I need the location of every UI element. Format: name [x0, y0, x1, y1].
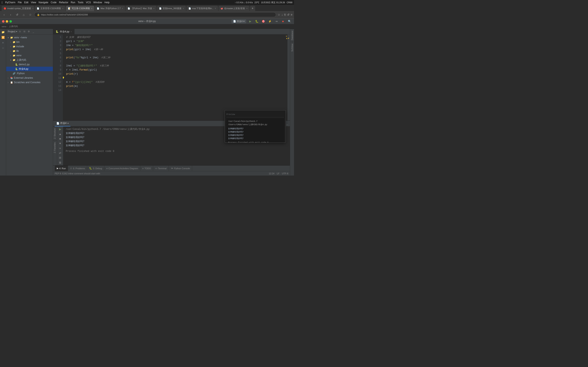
- browser-tab-1[interactable]: 🔴 invalid syntax_百度搜索 ×: [2, 6, 34, 11]
- breadcrumb-folder[interactable]: 上课代码: [9, 25, 18, 28]
- favorites-icon[interactable]: ☆: [1, 45, 6, 50]
- bottom-tab-concurrent[interactable]: ≡ Concurrent Activities Diagram: [104, 166, 140, 171]
- encoding[interactable]: UTF-8: [282, 172, 288, 175]
- editor-tab-hw4[interactable]: 🐍 作业4.py ×: [53, 29, 75, 34]
- run-structure-tab[interactable]: Z: Structure: [53, 126, 57, 141]
- bottom-tab-todo[interactable]: ≡ TODO: [140, 166, 153, 171]
- tab-close-4[interactable]: ×: [122, 7, 123, 9]
- run-word-wrap-btn[interactable]: ≡: [58, 146, 62, 150]
- tree-item-bin[interactable]: › 📁 bin: [6, 40, 53, 44]
- tree-item-ext-libs[interactable]: › 📚 External Libraries: [6, 76, 53, 80]
- browser-tab-6[interactable]: 📄 安装brew_360搜索 ×: [157, 6, 186, 11]
- menu-window[interactable]: Window: [93, 1, 102, 4]
- menu-refactor[interactable]: Refactor: [59, 1, 68, 4]
- run-tab-active[interactable]: 📄 作业4 ×: [55, 121, 70, 126]
- tab-close-8[interactable]: ×: [246, 7, 247, 9]
- bookmark-button[interactable]: ☆: [28, 12, 33, 17]
- editor-scrollbar[interactable]: 9 ▲▼: [287, 34, 290, 120]
- menu-tools[interactable]: Tools: [78, 1, 83, 4]
- menu-code[interactable]: Code: [51, 1, 57, 4]
- run-panel-minimize-btn[interactable]: _: [286, 122, 288, 125]
- tab-close-5[interactable]: ×: [153, 7, 155, 9]
- run-diff-btn[interactable]: ⇄: [58, 151, 62, 155]
- tree-item-hw4[interactable]: 🐍 作业4.py: [6, 67, 53, 71]
- menu-dots-icon[interactable]: ≡: [291, 13, 292, 16]
- code-editor[interactable]: 1 2 3 4 5 6 7 8 9 10 11 12 13 14: [53, 34, 290, 120]
- run-play-btn[interactable]: ▶: [58, 127, 62, 131]
- vcs-icon[interactable]: 🔀: [1, 35, 6, 40]
- locate-file-btn[interactable]: ⊙: [18, 30, 22, 33]
- line-ending[interactable]: LF: [277, 172, 279, 175]
- menu-navigate[interactable]: Navigate: [39, 1, 48, 4]
- browser-tab-2[interactable]: 📄 文章管理-CSDN博客 ×: [35, 6, 66, 11]
- menu-run[interactable]: Run: [71, 1, 75, 4]
- refresh-button[interactable]: ↺: [15, 12, 20, 17]
- home-button[interactable]: ⌂: [21, 12, 26, 17]
- right-tab-sciview[interactable]: SciView: [290, 42, 294, 53]
- run-config-dropdown[interactable]: 📄 作业4 ▾: [232, 19, 246, 23]
- run-filter-btn[interactable]: ⊞: [58, 156, 62, 160]
- debug-button[interactable]: 🐛: [254, 19, 259, 24]
- run-scroll-down-btn[interactable]: ▼: [58, 142, 62, 145]
- menu-edit[interactable]: Edit: [24, 1, 28, 4]
- bottom-tab-problems[interactable]: ⚠ 6: Problems: [68, 166, 87, 171]
- download-icon[interactable]: ↓: [282, 13, 283, 16]
- back-button[interactable]: ‹: [2, 12, 7, 17]
- right-tab-database[interactable]: Database: [290, 29, 294, 42]
- tab-close-2[interactable]: ×: [62, 7, 63, 9]
- address-bar[interactable]: 🔒 https://editor.csdn.net/md?articleId=1…: [34, 12, 276, 17]
- code-content[interactable]: # 女神 嫁给我好吗? girl = "女神" lhm = "嫁给我好吗？" p…: [63, 34, 287, 120]
- bottom-tab-debug[interactable]: 🐛 5: Debug: [87, 166, 104, 171]
- bookmark-star-icon[interactable]: ☆: [278, 13, 280, 16]
- tab-close-3[interactable]: ×: [91, 7, 93, 9]
- browser-tab-4[interactable]: 📄 Mac 升级Python 2.7 ×: [95, 6, 125, 11]
- minimize-panel-btn[interactable]: _: [31, 30, 35, 33]
- tab-close-1[interactable]: ×: [32, 7, 34, 9]
- coverage-button[interactable]: 🎯: [261, 19, 266, 24]
- menu-pycharm[interactable]: PyCharm: [5, 1, 15, 4]
- search-everywhere-button[interactable]: 🔍: [287, 19, 292, 24]
- browser-tab-5[interactable]: 📄 【Python】Mac 升级 ×: [126, 6, 156, 11]
- run-scroll-up-btn[interactable]: ▲: [58, 132, 62, 136]
- cursor-position[interactable]: 12:24: [269, 172, 274, 175]
- run-favorites-tab[interactable]: Z: Favorites: [53, 141, 57, 155]
- run-stop-btn[interactable]: ■: [58, 137, 62, 141]
- bottom-tab-python-console[interactable]: ≫ Python Console: [169, 166, 192, 171]
- close-button[interactable]: [2, 20, 4, 23]
- collapse-all-btn[interactable]: ⊟: [22, 30, 26, 33]
- tree-item-lessons[interactable]: ▾ 📁 上课代码: [6, 58, 53, 62]
- browser-tab-3[interactable]: 📝 写文章-CSDN博客 ×: [66, 6, 95, 11]
- run-tab-close[interactable]: ×: [67, 122, 69, 125]
- run-button[interactable]: ▶: [248, 19, 253, 24]
- run-trash-btn[interactable]: 🗑: [58, 161, 62, 165]
- menu-view[interactable]: View: [31, 1, 36, 4]
- tab-close-6[interactable]: ×: [183, 7, 184, 9]
- settings-btn[interactable]: ⚙: [27, 30, 31, 33]
- menu-help[interactable]: Help: [104, 1, 110, 4]
- tree-item-demo1[interactable]: 🐍 demo1.py: [6, 62, 53, 67]
- tree-item-lib[interactable]: › 📁 lib: [6, 49, 53, 53]
- breadcrumb-venv[interactable]: venv: [2, 25, 6, 28]
- stop-button[interactable]: ■: [281, 19, 285, 24]
- project-icon[interactable]: 📁: [1, 30, 6, 34]
- menu-file[interactable]: File: [18, 1, 22, 4]
- new-tab-btn[interactable]: +: [250, 6, 255, 11]
- forward-button[interactable]: ›: [8, 12, 13, 17]
- structure-icon[interactable]: ≡: [1, 40, 6, 45]
- minimize-button[interactable]: [6, 20, 8, 23]
- tree-item-venv-sub[interactable]: › 📁 venv: [6, 53, 53, 58]
- browser-tab-7[interactable]: 📄 mac下安装和使用br... ×: [186, 6, 218, 11]
- tree-item-python-link[interactable]: 🔗 .Python: [6, 71, 53, 76]
- menu-vcs[interactable]: VCS: [86, 1, 91, 4]
- share-icon[interactable]: ⎘: [284, 13, 286, 16]
- profile-button[interactable]: ⚡: [268, 19, 272, 24]
- status-warning[interactable]: PEP 8: E262 inline comment should start …: [55, 172, 100, 175]
- bottom-tab-run[interactable]: ▶ 4: Run: [55, 166, 68, 171]
- step-button[interactable]: ⇒: [274, 19, 279, 24]
- browser-tab-8[interactable]: 🐙 在master上安装/安装 ×: [218, 6, 250, 11]
- tab-close-7[interactable]: ×: [215, 7, 216, 9]
- maximize-button[interactable]: [9, 20, 12, 23]
- tree-item-scratches[interactable]: › 📋 Scratches and Consoles: [6, 80, 53, 85]
- bottom-tab-terminal[interactable]: ▭ Terminal: [153, 166, 169, 171]
- tree-item-include[interactable]: › 📁 include: [6, 44, 53, 49]
